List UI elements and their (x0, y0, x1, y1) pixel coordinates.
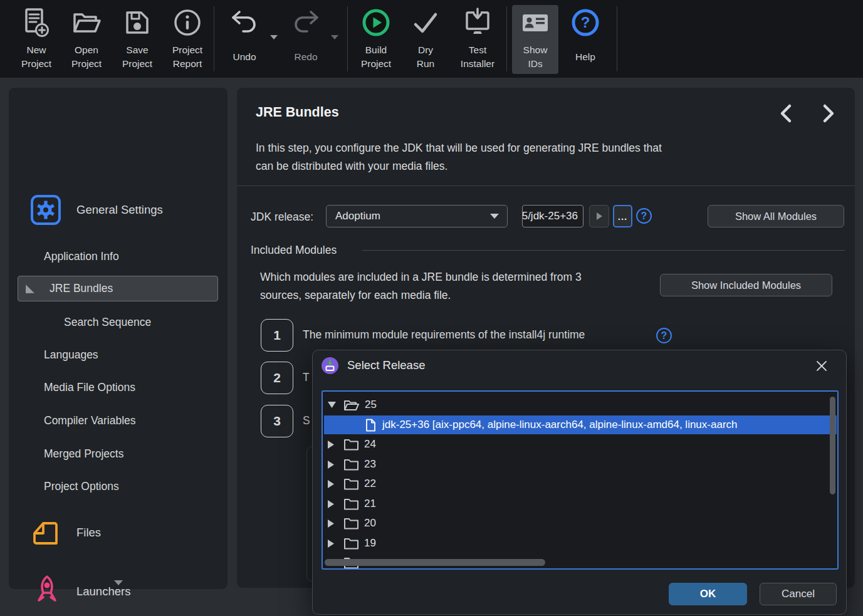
project-report-button[interactable]: Project Report (164, 5, 211, 74)
jdk-release-field[interactable]: 25/jdk-25+36 (522, 205, 583, 227)
collapsed-triangle-icon[interactable] (328, 441, 334, 449)
test-installer-button[interactable]: Test Installer (451, 5, 504, 74)
sidebar-scroll-down-icon[interactable] (114, 580, 123, 585)
install4j-window: New Project Open Project Save Project (0, 0, 863, 616)
tree-row-19[interactable]: 19 (328, 534, 376, 553)
release-tree[interactable]: 25 jdk-25+36 [aix-ppc64, alpine-linux-aa… (322, 390, 839, 570)
sidebar-item-jre-bundles[interactable]: JRE Bundles (18, 276, 218, 301)
open-project-button[interactable]: Open Project (63, 5, 110, 74)
help-button[interactable]: ? Help (562, 5, 609, 74)
jdk-release-value: 25/jdk-25+36 (522, 206, 578, 227)
previous-step-chevron-icon[interactable] (777, 103, 795, 124)
build-project-button[interactable]: Build Project (351, 5, 401, 74)
sidebar: General Settings Application Info JRE Bu… (9, 88, 228, 589)
jdk-vendor-dropdown[interactable]: Adoptium (326, 205, 508, 227)
cancel-label: Cancel (782, 588, 815, 600)
show-included-modules-button[interactable]: Show Included Modules (660, 274, 832, 296)
dry-run-button[interactable]: Dry Run (404, 5, 447, 74)
test-installer-label: Test Installer (461, 43, 494, 71)
expand-release-button[interactable] (589, 205, 609, 227)
collapsed-triangle-icon[interactable] (328, 500, 334, 508)
sidebar-item-compiler-variables[interactable]: Compiler Variables (9, 408, 228, 433)
sidebar-item-search-sequence[interactable]: Search Sequence (9, 310, 228, 335)
tree-row-25[interactable]: 25 (328, 395, 377, 414)
collapsed-triangle-icon[interactable] (328, 540, 334, 548)
step-1-help-icon[interactable]: ? (656, 328, 672, 343)
sidebar-item-languages[interactable]: Languages (9, 342, 228, 367)
toolbar-separator (506, 6, 507, 71)
save-project-button[interactable]: Save Project (113, 5, 161, 74)
install4j-app-icon (322, 357, 338, 374)
svg-text:?: ? (581, 14, 590, 31)
jdk-help-icon[interactable]: ? (636, 208, 652, 224)
tree-row-label: jdk-25+36 [aix-ppc64, alpine-linux-aarch… (382, 419, 738, 431)
horizontal-scrollbar-thumb[interactable] (325, 559, 545, 566)
new-project-label: New Project (21, 43, 51, 71)
step-2-number: 2 (261, 362, 293, 394)
browse-releases-button[interactable]: ... (613, 205, 632, 227)
redo-dropdown-caret[interactable] (331, 35, 338, 39)
sidebar-item-label: Project Options (44, 480, 119, 493)
page-title: JRE Bundles (256, 105, 339, 120)
tree-row-22[interactable]: 22 (328, 474, 376, 493)
folder-icon (344, 439, 358, 451)
sidebar-item-label: General Settings (76, 203, 163, 217)
sidebar-item-label: Compiler Variables (44, 414, 136, 427)
new-project-icon (22, 5, 51, 40)
folder-icon (344, 459, 358, 471)
sidebar-item-label: Merged Projects (44, 447, 123, 461)
open-project-label: Open Project (71, 43, 102, 71)
tree-row-label: 23 (364, 458, 376, 471)
step-3-text: S (303, 414, 310, 427)
included-modules-text: Which modules are included in a JRE bund… (260, 268, 582, 305)
show-all-modules-button[interactable]: Show All Modules (708, 205, 844, 227)
sidebar-item-application-info[interactable]: Application Info (9, 244, 228, 269)
tree-row-23[interactable]: 23 (328, 455, 376, 474)
dry-run-label: Dry Run (417, 43, 434, 71)
expanded-triangle-icon[interactable] (328, 402, 336, 408)
sidebar-item-project-options[interactable]: Project Options (9, 474, 228, 499)
save-project-label: Save Project (122, 43, 152, 71)
sidebar-section-launchers[interactable]: Launchers (9, 573, 228, 610)
folder-icon (344, 518, 358, 530)
new-project-button[interactable]: New Project (13, 5, 60, 74)
close-icon[interactable] (815, 359, 829, 373)
folder-icon (344, 538, 358, 550)
help-question-icon: ? (570, 5, 600, 40)
tree-row-21[interactable]: 21 (328, 494, 376, 513)
sidebar-item-merged-projects[interactable]: Merged Projects (9, 441, 228, 466)
sidebar-item-media-file-options[interactable]: Media File Options (9, 375, 228, 400)
sidebar-item-label: Search Sequence (64, 316, 151, 329)
tree-row-20[interactable]: 20 (328, 514, 376, 533)
undo-button[interactable]: Undo (221, 5, 268, 74)
step-1-text: The minimum module requirements of the i… (303, 328, 585, 342)
toolbar: New Project Open Project Save Project (0, 0, 863, 78)
redo-button[interactable]: Redo (282, 5, 330, 74)
ok-button[interactable]: OK (669, 583, 747, 605)
collapsed-triangle-icon[interactable] (328, 461, 334, 469)
tree-row-label: 21 (364, 498, 376, 510)
sidebar-section-files[interactable]: Files (9, 515, 228, 550)
step-1-number: 1 (261, 319, 293, 352)
show-all-modules-label: Show All Modules (735, 211, 817, 222)
dialog-title: Select Release (347, 358, 425, 372)
collapsed-triangle-icon[interactable] (328, 480, 334, 488)
toolbar-separator (347, 6, 348, 71)
file-icon (365, 419, 376, 432)
tree-row-24[interactable]: 24 (328, 435, 376, 454)
open-folder-icon (344, 399, 359, 411)
toolbar-separator (617, 6, 617, 71)
tree-row-label: 24 (364, 438, 376, 451)
next-step-chevron-icon[interactable] (820, 103, 837, 124)
vertical-scrollbar-thumb[interactable] (830, 397, 835, 494)
sidebar-section-general-settings[interactable]: General Settings (9, 193, 228, 227)
cancel-button[interactable]: Cancel (760, 583, 837, 605)
help-label: Help (575, 43, 595, 71)
redo-label: Redo (294, 43, 317, 71)
undo-dropdown-caret[interactable] (270, 35, 278, 39)
show-ids-button[interactable]: Show IDs (512, 5, 558, 74)
step-3-number: 3 (261, 405, 293, 437)
tree-row-jdk-25-36[interactable]: jdk-25+36 [aix-ppc64, alpine-linux-aarch… (324, 415, 837, 434)
sidebar-item-label: Application Info (44, 250, 119, 263)
collapsed-triangle-icon[interactable] (328, 519, 334, 528)
